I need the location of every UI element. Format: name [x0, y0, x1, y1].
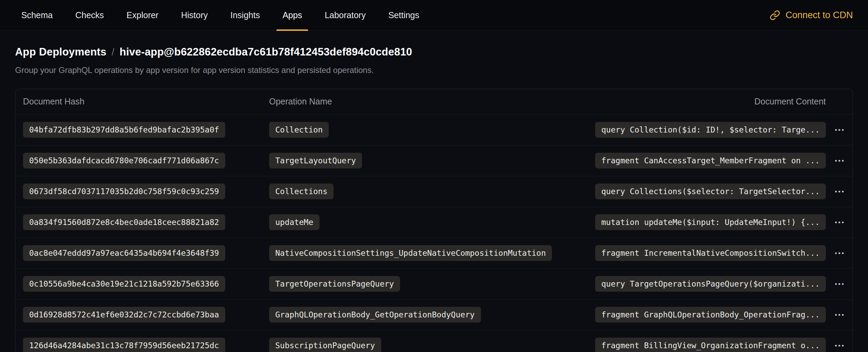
document-content-badge: fragment CanAccessTarget_MemberFragment …	[595, 153, 826, 168]
ellipsis-icon	[839, 252, 840, 254]
ellipsis-icon	[839, 129, 840, 131]
nav-tab[interactable]: Checks	[69, 0, 110, 30]
column-header-document-hash: Document Hash	[23, 97, 269, 106]
column-header-document-content: Document Content	[589, 97, 826, 106]
row-menu-button[interactable]	[835, 155, 844, 166]
table-body: 04bfa72dfb83b297dd8a5b6fed9bafac2b395a0f…	[15, 114, 853, 352]
row-menu-button[interactable]	[835, 124, 844, 136]
document-content-badge: fragment GraphQLOperationBody_OperationF…	[595, 307, 826, 323]
table-row: 0c10556a9be4ca30e19e21c1218a592b75e63366…	[15, 268, 853, 299]
document-hash-badge: 050e5b363dafdcacd6780e706cadf771d06a867c	[23, 153, 225, 168]
nav-tab[interactable]: Insights	[224, 0, 266, 30]
nav-tab[interactable]: History	[175, 0, 214, 30]
table-row: 050e5b363dafdcacd6780e706cadf771d06a867c…	[15, 145, 853, 176]
breadcrumb-root[interactable]: App Deployments	[15, 46, 107, 58]
document-hash-badge: 0673df58cd7037117035b2d0c758f59c0c93c259	[23, 184, 225, 199]
document-hash-badge: 0c10556a9be4ca30e19e21c1218a592b75e63366	[23, 276, 225, 292]
breadcrumb-current: hive-app@b622862ecdba7c61b78f412453def89…	[120, 46, 412, 58]
breadcrumb: App Deployments / hive-app@b622862ecdba7…	[15, 46, 853, 58]
row-menu-button[interactable]	[835, 186, 844, 197]
document-hash-badge: 04bfa72dfb83b297dd8a5b6fed9bafac2b395a0f	[23, 122, 225, 138]
top-nav: Schema Checks Explorer History Insights …	[0, 0, 868, 31]
operation-name-badge: SubscriptionPageQuery	[269, 338, 381, 352]
document-content-badge: fragment BillingView_OrganizationFragmen…	[595, 338, 826, 352]
operation-name-badge: NativeCompositionSettings_UpdateNativeCo…	[269, 245, 552, 261]
deployments-table: Document Hash Operation Name Document Co…	[15, 89, 853, 352]
ellipsis-icon	[839, 283, 840, 285]
operation-name-badge: Collections	[269, 184, 334, 199]
row-menu-button[interactable]	[835, 309, 844, 320]
nav-tabs: Schema Checks Explorer History Insights …	[15, 0, 425, 30]
ellipsis-icon	[839, 314, 840, 316]
nav-tab[interactable]: Explorer	[120, 0, 165, 30]
row-menu-button[interactable]	[835, 248, 844, 259]
breadcrumb-separator: /	[112, 47, 114, 58]
nav-tab[interactable]: Laboratory	[318, 0, 372, 30]
document-hash-badge: 0ac8e047eddd97a97eac6435a4b694f4e3648f39	[23, 245, 225, 261]
document-content-badge: query Collection($id: ID!, $selector: Ta…	[595, 122, 826, 138]
connect-cdn-link[interactable]: Connect to CDN	[770, 0, 853, 30]
link-icon	[770, 10, 780, 21]
document-content-badge: mutation updateMe($input: UpdateMeInput!…	[595, 214, 826, 230]
operation-name-badge: updateMe	[269, 214, 320, 230]
nav-tab[interactable]: Apps	[276, 0, 308, 30]
table-row: 04bfa72dfb83b297dd8a5b6fed9bafac2b395a0f…	[15, 114, 853, 145]
document-content-badge: fragment IncrementalNativeCompositionSwi…	[595, 245, 826, 261]
table-row: 0a834f91560d872e8c4bec0ade18ceec88821a82…	[15, 207, 853, 238]
operation-name-badge: Collection	[269, 122, 329, 138]
operation-name-badge: TargetOperationsPageQuery	[269, 276, 400, 292]
column-header-operation-name: Operation Name	[269, 97, 589, 106]
row-menu-button[interactable]	[835, 217, 844, 228]
nav-tab[interactable]: Schema	[15, 0, 59, 30]
document-content-badge: query Collections($selector: TargetSelec…	[595, 184, 826, 199]
operation-name-badge: GraphQLOperationBody_GetOperationBodyQue…	[269, 307, 481, 323]
nav-tab[interactable]: Settings	[382, 0, 425, 30]
ellipsis-icon	[839, 191, 840, 192]
document-hash-badge: 0d16928d8572c41ef6e032d2c7c72ccbd6e73baa	[23, 307, 225, 323]
operation-name-badge: TargetLayoutQuery	[269, 153, 362, 168]
table-row: 126d46a4284abe31c13c78f7959d56eeb21725dc…	[15, 330, 853, 352]
ellipsis-icon	[839, 222, 840, 223]
table-row: 0673df58cd7037117035b2d0c758f59c0c93c259…	[15, 176, 853, 207]
row-menu-button[interactable]	[835, 340, 844, 351]
app-deployments-page: App Deployments / hive-app@b622862ecdba7…	[0, 46, 868, 352]
document-content-badge: query TargetOperationsPageQuery($organiz…	[595, 276, 826, 292]
document-hash-badge: 0a834f91560d872e8c4bec0ade18ceec88821a82	[23, 214, 225, 230]
ellipsis-icon	[839, 160, 840, 162]
connect-cdn-label: Connect to CDN	[785, 10, 853, 21]
ellipsis-icon	[839, 345, 840, 347]
page-subtitle: Group your GraphQL operations by app ver…	[15, 65, 853, 75]
table-row: 0d16928d8572c41ef6e032d2c7c72ccbd6e73baa…	[15, 299, 853, 330]
table-row: 0ac8e047eddd97a97eac6435a4b694f4e3648f39…	[15, 238, 853, 268]
row-menu-button[interactable]	[835, 278, 844, 290]
table-header-row: Document Hash Operation Name Document Co…	[15, 89, 853, 114]
document-hash-badge: 126d46a4284abe31c13c78f7959d56eeb21725dc	[23, 338, 225, 352]
